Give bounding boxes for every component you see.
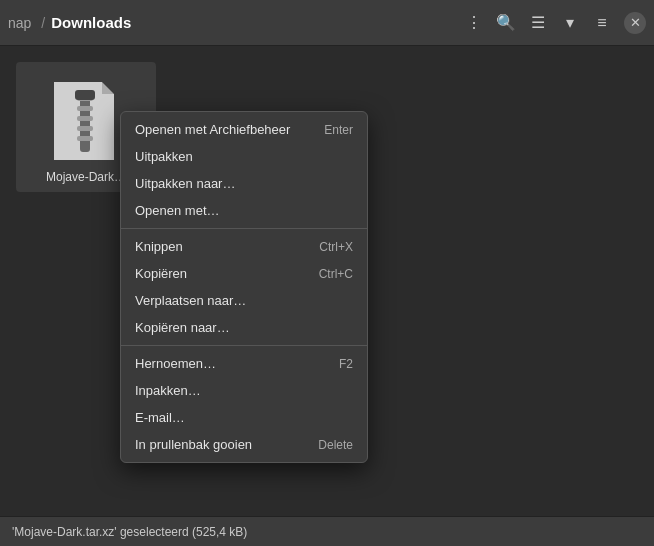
close-button[interactable]: ✕ <box>624 12 646 34</box>
menu-shortcut: Delete <box>318 438 353 452</box>
menu-separator-2 <box>121 345 367 346</box>
menu-item-extract-to[interactable]: Uitpakken naar… <box>121 170 367 197</box>
menu-icon[interactable]: ≡ <box>592 14 612 32</box>
menu-label: E-mail… <box>135 410 185 425</box>
menu-item-move-to[interactable]: Verplaatsen naar… <box>121 287 367 314</box>
breadcrumb-separator: / <box>41 15 45 31</box>
nav-label: nap <box>8 15 31 31</box>
file-icon <box>50 82 122 162</box>
svg-rect-5 <box>77 116 93 121</box>
page-title: Downloads <box>51 14 464 31</box>
svg-marker-1 <box>102 82 114 94</box>
menu-label: Kopiëren <box>135 266 187 281</box>
menu-label: Knippen <box>135 239 183 254</box>
menu-label: Openen met… <box>135 203 220 218</box>
menu-item-email[interactable]: E-mail… <box>121 404 367 431</box>
menu-shortcut: Ctrl+C <box>319 267 353 281</box>
menu-item-extract[interactable]: Uitpakken <box>121 143 367 170</box>
menu-label: Kopiëren naar… <box>135 320 230 335</box>
menu-item-compress[interactable]: Inpakken… <box>121 377 367 404</box>
svg-rect-6 <box>77 126 93 131</box>
menu-item-rename[interactable]: Hernoemen… F2 <box>121 350 367 377</box>
menu-label: Hernoemen… <box>135 356 216 371</box>
file-name: Mojave-Dark… <box>46 170 126 184</box>
view-list-icon[interactable]: ☰ <box>528 13 548 32</box>
menu-label: Uitpakken <box>135 149 193 164</box>
svg-rect-7 <box>77 136 93 141</box>
menu-shortcut: F2 <box>339 357 353 371</box>
menu-item-open-archive[interactable]: Openen met Archiefbeheer Enter <box>121 116 367 143</box>
menu-item-cut[interactable]: Knippen Ctrl+X <box>121 233 367 260</box>
menu-label: Inpakken… <box>135 383 201 398</box>
menu-item-copy-to[interactable]: Kopiëren naar… <box>121 314 367 341</box>
archive-icon <box>50 82 122 162</box>
titlebar-actions: ⋮ 🔍 ☰ ▾ ≡ ✕ <box>464 12 646 34</box>
menu-label: Uitpakken naar… <box>135 176 235 191</box>
more-icon[interactable]: ⋮ <box>464 13 484 32</box>
main-area: Mojave-Dark… Openen met Archiefbeheer En… <box>0 46 654 516</box>
context-menu: Openen met Archiefbeheer Enter Uitpakken… <box>120 111 368 463</box>
dropdown-icon[interactable]: ▾ <box>560 13 580 32</box>
menu-item-trash[interactable]: In prullenbak gooien Delete <box>121 431 367 458</box>
svg-rect-8 <box>75 90 95 100</box>
menu-item-open-with[interactable]: Openen met… <box>121 197 367 224</box>
svg-rect-4 <box>77 106 93 111</box>
status-text: 'Mojave-Dark.tar.xz' geselecteerd (525,4… <box>12 525 247 539</box>
close-icon: ✕ <box>630 15 641 30</box>
menu-item-copy[interactable]: Kopiëren Ctrl+C <box>121 260 367 287</box>
menu-label: Openen met Archiefbeheer <box>135 122 290 137</box>
menu-shortcut: Ctrl+X <box>319 240 353 254</box>
search-icon[interactable]: 🔍 <box>496 13 516 32</box>
menu-label: In prullenbak gooien <box>135 437 252 452</box>
menu-shortcut: Enter <box>324 123 353 137</box>
titlebar: nap / Downloads ⋮ 🔍 ☰ ▾ ≡ ✕ <box>0 0 654 46</box>
menu-label: Verplaatsen naar… <box>135 293 246 308</box>
statusbar: 'Mojave-Dark.tar.xz' geselecteerd (525,4… <box>0 516 654 546</box>
menu-separator-1 <box>121 228 367 229</box>
